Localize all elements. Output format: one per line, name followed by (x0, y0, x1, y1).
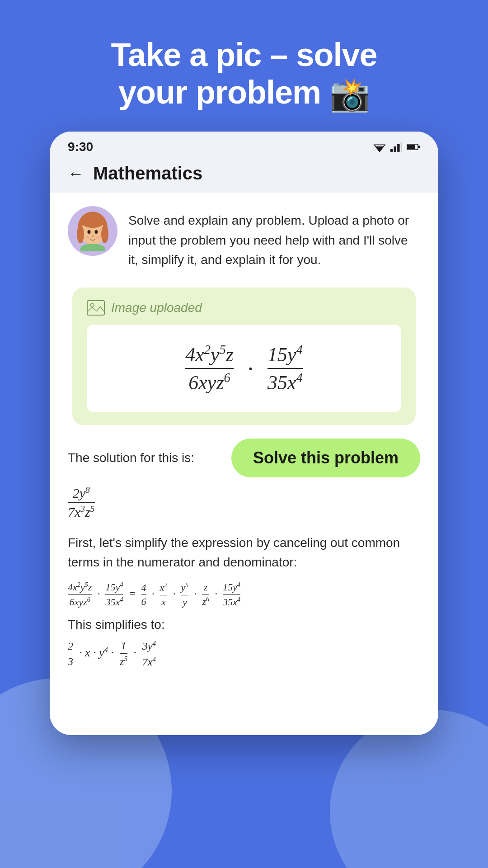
avatar-face-svg (72, 211, 113, 251)
svg-rect-4 (397, 144, 399, 152)
status-time: 9:30 (68, 140, 93, 154)
svg-point-17 (91, 235, 94, 237)
fraction-left: 4x2y5z 6xyz6 (185, 343, 234, 394)
hero-title-line1: Take a pic – solve (111, 37, 377, 73)
image-icon (87, 300, 105, 316)
svg-rect-2 (390, 149, 393, 152)
final-frac3: 3y4 7x4 (142, 639, 156, 669)
step-frac4: x2 x (160, 581, 168, 608)
step-formula: 4x2y5z 6xyz6 · 15y4 35x4 = 4 6 · x2 x (68, 581, 420, 608)
math-formula-display: 4x2y5z 6xyz6 · 15y4 35x4 (100, 343, 388, 394)
chat-area: Solve and explain any problem. Upload a … (50, 193, 438, 735)
camera-emoji: 📸 (329, 76, 370, 113)
svg-point-14 (101, 225, 108, 243)
solution-fraction: 2y8 7x3z5 (68, 485, 95, 520)
simplifies-label: This simplifies to: (68, 618, 420, 632)
back-button[interactable]: ← (68, 164, 84, 183)
image-uploaded-text: Image uploaded (111, 301, 202, 315)
final-frac1: 2 3 (68, 640, 73, 668)
solution-formula: 2y8 7x3z5 (68, 485, 420, 520)
svg-rect-5 (401, 142, 402, 152)
step-frac6: z z6 (202, 581, 209, 608)
assistant-intro: Solve and explain any problem. Upload a … (68, 206, 420, 269)
hero-section: Take a pic – solve your problem 📸 (0, 0, 488, 132)
svg-point-20 (96, 236, 100, 239)
status-icons (373, 142, 420, 152)
step-frac1: 4x2y5z 6xyz6 (68, 581, 92, 608)
svg-point-18 (80, 244, 105, 251)
svg-point-19 (85, 236, 89, 239)
svg-rect-8 (418, 146, 420, 148)
page-title: Mathematics (93, 163, 202, 184)
battery-icon (407, 143, 420, 151)
svg-point-22 (90, 303, 94, 307)
math-image-box: 4x2y5z 6xyz6 · 15y4 35x4 (87, 325, 401, 412)
fraction-right: 15y4 35x4 (267, 343, 303, 394)
svg-point-12 (81, 215, 104, 228)
step-frac7: 15y4 35x4 (223, 581, 240, 608)
solution-prefix: The solution for this is: (68, 448, 194, 467)
svg-point-15 (88, 230, 91, 234)
signal-icon (390, 142, 402, 152)
solve-button[interactable]: Solve this problem (231, 439, 420, 477)
image-upload-bubble: Image uploaded 4x2y5z 6xyz6 · 15y4 35x4 (72, 288, 416, 425)
phone-frame: 9:30 ← (50, 132, 438, 735)
phone-header: ← Mathematics (50, 159, 438, 193)
svg-rect-3 (394, 146, 396, 152)
image-uploaded-label: Image uploaded (87, 300, 401, 316)
status-bar: 9:30 (50, 132, 438, 159)
avatar (68, 206, 117, 256)
wifi-icon (373, 142, 386, 152)
phone-container: 9:30 ← (0, 132, 488, 735)
intro-text: Solve and explain any problem. Upload a … (128, 206, 420, 269)
explanation-step1: First, let's simplify the expression by … (68, 533, 420, 572)
hero-title-line2: your problem (118, 74, 321, 110)
svg-rect-21 (87, 301, 104, 315)
final-frac2: 1 z5 (120, 639, 127, 668)
step-frac2: 15y4 35x4 (105, 581, 123, 608)
hero-title: Take a pic – solve your problem 📸 (0, 36, 488, 113)
step-frac5: y5 y (181, 581, 188, 608)
svg-point-13 (77, 225, 84, 243)
svg-rect-7 (407, 145, 415, 149)
svg-point-16 (95, 230, 98, 234)
solution-row: The solution for this is: Solve this pro… (68, 439, 420, 477)
step-frac3: 4 6 (141, 582, 146, 608)
final-formula: 2 3 · x · y4 · 1 z5 · 3y4 7x4 (68, 639, 420, 669)
